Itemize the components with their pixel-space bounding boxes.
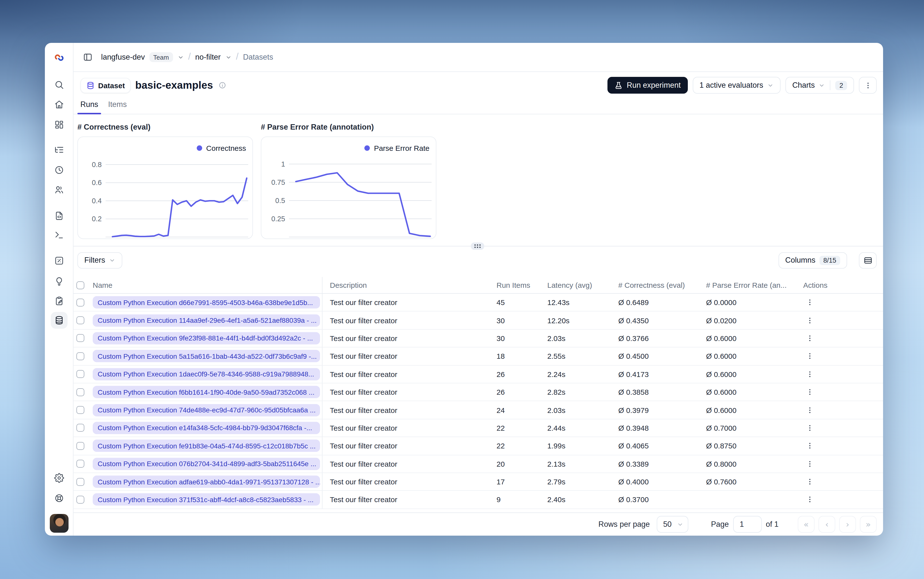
prompts-file-code-icon (54, 211, 64, 221)
row-actions-button[interactable] (803, 440, 816, 452)
row-actions-button[interactable] (803, 368, 816, 381)
kebab-menu-icon (805, 388, 814, 396)
table-row[interactable]: Custom Python Execution fe91b83e-04a5-47… (74, 437, 883, 455)
table-row[interactable]: Custom Python Execution 371f531c-abff-4d… (74, 491, 883, 509)
user-avatar[interactable] (50, 514, 69, 533)
row-actions-button[interactable] (803, 422, 816, 434)
latency-value: 2.44s (540, 424, 611, 432)
row-checkbox[interactable] (76, 370, 84, 378)
sidebar-item-insights-lightbulb[interactable] (51, 273, 67, 290)
row-checkbox[interactable] (76, 352, 84, 360)
table-row[interactable]: Custom Python Execution 114aa9ef-29e6-4e… (74, 312, 883, 330)
row-checkbox[interactable] (76, 316, 84, 324)
table-row[interactable]: Custom Python Execution 74de488e-ec9d-47… (74, 401, 883, 419)
row-actions-button[interactable] (803, 386, 816, 398)
table-row[interactable]: Custom Python Execution d66e7991-8595-45… (74, 294, 883, 312)
sidebar-item-home[interactable] (51, 96, 67, 113)
drag-handle[interactable] (471, 242, 484, 250)
sidebar-item-annotation-clipboard[interactable] (51, 293, 67, 309)
next-page-button[interactable]: › (839, 516, 856, 533)
sidebar-item-evaluation-percent[interactable] (51, 252, 67, 269)
table-row[interactable]: Custom Python Execution 076b2704-341d-48… (74, 455, 883, 473)
table-toolbar: Filters Columns 8/15 (74, 252, 883, 268)
active-evaluators-button[interactable]: 1 active evaluators (693, 77, 780, 93)
row-actions-button[interactable] (803, 350, 816, 363)
row-checkbox[interactable] (76, 334, 84, 342)
run-name-link[interactable]: Custom Python Execution d66e7991-8595-45… (93, 296, 320, 309)
row-checkbox[interactable] (76, 388, 84, 396)
first-page-button[interactable]: « (798, 516, 814, 533)
kebab-menu-icon (805, 424, 814, 432)
sidebar-item-datasets-database[interactable] (51, 312, 67, 329)
correctness-value: Ø 0.3979 (611, 406, 699, 414)
sidebar-item-settings-gear[interactable] (51, 469, 67, 486)
row-actions-button[interactable] (803, 332, 816, 345)
more-actions-button[interactable] (859, 77, 876, 93)
sidebar-item-support-lifebuoy[interactable] (51, 490, 67, 507)
row-actions-button[interactable] (803, 493, 816, 506)
row-checkbox[interactable] (76, 496, 84, 504)
run-items-value: 24 (489, 406, 540, 414)
previous-page-button[interactable]: ‹ (819, 516, 835, 533)
run-name-link[interactable]: Custom Python Execution fe91b83e-04a5-47… (93, 440, 320, 452)
table-row[interactable]: Custom Python Execution e14fa348-5cfc-49… (74, 419, 883, 437)
row-height-button[interactable] (859, 252, 876, 268)
run-experiment-button[interactable]: Run experiment (608, 77, 688, 93)
row-actions-button[interactable] (803, 404, 816, 416)
run-name-link[interactable]: Custom Python Execution 74de488e-ec9d-47… (93, 404, 320, 416)
sidebar-item-users[interactable] (51, 182, 67, 198)
sidebar-toggle-icon[interactable] (79, 49, 96, 65)
row-actions-button[interactable] (803, 296, 816, 309)
select-all-checkbox[interactable] (76, 281, 84, 289)
row-actions-button[interactable] (803, 457, 816, 470)
table-row[interactable]: Custom Python Execution f6bb1614-1f90-40… (74, 383, 883, 401)
sidebar-item-search[interactable] (51, 76, 67, 93)
row-checkbox[interactable] (76, 406, 84, 414)
run-name-link[interactable]: Custom Python Execution e14fa348-5cfc-49… (93, 422, 320, 434)
run-name-link[interactable]: Custom Python Execution 114aa9ef-29e6-4e… (93, 314, 320, 327)
sidebar-item-playground-terminal[interactable] (51, 227, 67, 244)
columns-button[interactable]: Columns 8/15 (778, 252, 847, 268)
table-row[interactable]: Custom Python Execution 5a15a616-1bab-44… (74, 347, 883, 365)
chevron-down-icon (677, 521, 683, 528)
chevron-down-icon[interactable] (225, 54, 231, 61)
chevron-down-icon[interactable] (177, 54, 183, 61)
run-name-link[interactable]: Custom Python Execution adfae619-abb0-4d… (93, 476, 320, 488)
row-checkbox[interactable] (76, 460, 84, 468)
table-row[interactable]: Custom Python Execution 1daec0f9-5e78-43… (74, 365, 883, 383)
run-name-link[interactable]: Custom Python Execution 9fe23f98-881e-44… (93, 332, 320, 344)
last-page-button[interactable]: » (860, 516, 876, 533)
filters-button[interactable]: Filters (77, 252, 122, 268)
sidebar-item-sessions-clock[interactable] (51, 162, 67, 178)
page-number-input[interactable] (733, 516, 762, 533)
sidebar-item-prompts-file-code[interactable] (51, 208, 67, 224)
row-checkbox[interactable] (76, 442, 84, 450)
kebab-menu-icon (805, 442, 814, 450)
run-name-link[interactable]: Custom Python Execution 076b2704-341d-48… (93, 458, 320, 470)
table-row[interactable]: Custom Python Execution 9fe23f98-881e-44… (74, 330, 883, 348)
rows-per-page-select[interactable]: 50 (657, 516, 688, 533)
breadcrumb-project[interactable]: langfuse-dev (101, 53, 145, 62)
run-name-link[interactable]: Custom Python Execution 5a15a616-1bab-44… (93, 350, 320, 362)
run-name-link[interactable]: Custom Python Execution 371f531c-abff-4d… (93, 494, 320, 506)
info-icon[interactable] (218, 81, 226, 89)
row-checkbox[interactable] (76, 298, 84, 306)
sidebar-item-dashboard[interactable] (51, 116, 67, 133)
latency-value: 2.82s (540, 388, 611, 396)
row-checkbox[interactable] (76, 424, 84, 432)
legend-label: Parse Error Rate (374, 144, 429, 152)
latency-value: 2.79s (540, 478, 611, 486)
run-name-link[interactable]: Custom Python Execution f6bb1614-1f90-40… (93, 386, 320, 398)
breadcrumb-environment[interactable]: no-filter (195, 53, 221, 62)
run-name-link[interactable]: Custom Python Execution 1daec0f9-5e78-43… (93, 368, 320, 380)
charts-button[interactable]: Charts 2 (785, 77, 854, 93)
sidebar-item-tracing-tree[interactable] (51, 141, 67, 158)
row-checkbox[interactable] (76, 478, 84, 486)
tab-items[interactable]: Items (105, 100, 130, 114)
langfuse-logo-icon (54, 52, 65, 63)
row-actions-button[interactable] (803, 314, 816, 327)
row-actions-button[interactable] (803, 475, 816, 488)
table-row[interactable]: Custom Python Execution adfae619-abb0-4d… (74, 473, 883, 491)
breadcrumb-section[interactable]: Datasets (243, 53, 273, 62)
tab-runs[interactable]: Runs (77, 100, 101, 114)
